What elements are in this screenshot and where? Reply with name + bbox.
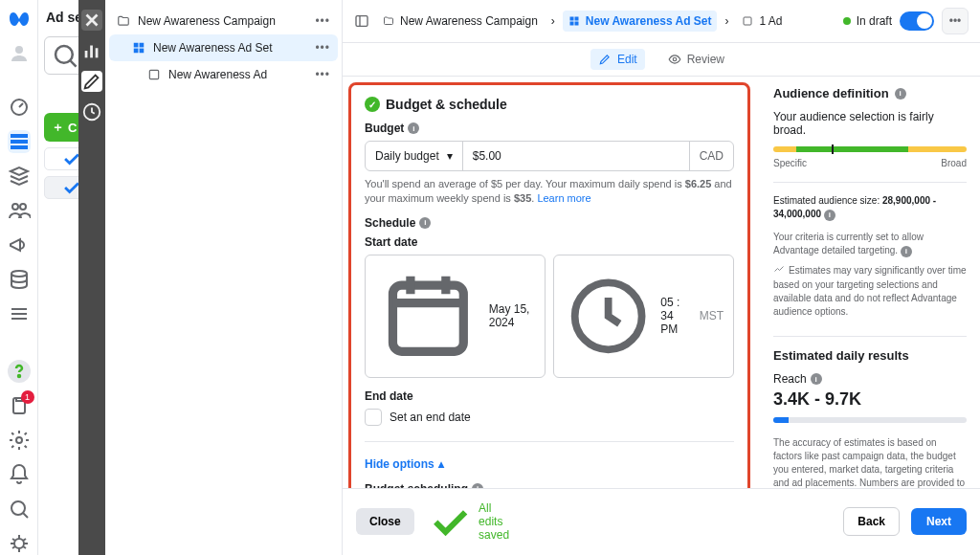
audience-breadth-bar bbox=[773, 146, 967, 152]
chevron-up-icon: ▴ bbox=[438, 457, 444, 471]
dashboard-icon[interactable] bbox=[8, 96, 31, 119]
svg-rect-16 bbox=[96, 48, 99, 57]
more-button[interactable]: ••• bbox=[942, 8, 969, 34]
crumb-adset[interactable]: New Awareness Ad Set bbox=[563, 11, 718, 32]
timezone-label: MST bbox=[700, 309, 724, 322]
svg-rect-15 bbox=[90, 46, 93, 58]
tab-edit[interactable]: Edit bbox=[590, 49, 645, 70]
svg-rect-3 bbox=[11, 140, 28, 144]
start-date-input[interactable]: May 15, 2024 bbox=[365, 255, 546, 378]
audience-selection-text: Your audience selection is fairly broad. bbox=[773, 110, 967, 137]
clock-icon bbox=[564, 263, 653, 369]
svg-rect-22 bbox=[149, 70, 158, 78]
status-toggle[interactable] bbox=[900, 11, 934, 31]
svg-point-13 bbox=[56, 46, 73, 63]
search-icon[interactable] bbox=[8, 498, 31, 521]
crumb-ad[interactable]: 1 Ad bbox=[736, 11, 788, 32]
svg-rect-19 bbox=[140, 43, 145, 48]
reach-bar bbox=[773, 417, 967, 423]
audience-note-text: Estimates may vary significantly over ti… bbox=[773, 263, 967, 319]
chevron-down-icon: ▾ bbox=[447, 149, 453, 163]
next-button[interactable]: Next bbox=[911, 508, 967, 535]
close-icon[interactable] bbox=[81, 10, 102, 31]
table-icon[interactable] bbox=[8, 130, 31, 153]
sidebar-toggle-icon[interactable] bbox=[354, 13, 369, 29]
tab-review[interactable]: Review bbox=[660, 49, 732, 70]
more-icon[interactable]: ••• bbox=[315, 41, 330, 55]
check-circle-icon: ✓ bbox=[365, 97, 380, 112]
chevron-right-icon: › bbox=[724, 14, 728, 28]
left-nav-rail: 1 bbox=[0, 0, 38, 555]
tree-label: New Awareness Ad Set bbox=[153, 41, 273, 55]
info-icon[interactable]: i bbox=[419, 217, 431, 229]
layers-icon[interactable] bbox=[8, 165, 31, 188]
tree-label: New Awareness Ad bbox=[168, 68, 267, 81]
info-icon[interactable]: i bbox=[895, 88, 906, 100]
budget-amount-input[interactable]: $5.00 bbox=[463, 142, 689, 170]
section-title: ✓ Budget & schedule bbox=[365, 97, 734, 112]
schedule-label: Schedulei bbox=[365, 216, 734, 230]
coins-icon[interactable] bbox=[8, 268, 31, 291]
grid-icon bbox=[132, 41, 145, 55]
breadcrumb-bar: New Awareness Campaign › New Awareness A… bbox=[343, 0, 980, 43]
status-indicator: In draft bbox=[843, 14, 892, 28]
trend-icon bbox=[773, 263, 785, 278]
folder-icon bbox=[383, 15, 394, 27]
megaphone-icon[interactable] bbox=[8, 233, 31, 256]
svg-point-6 bbox=[20, 204, 26, 210]
hide-options-toggle[interactable]: Hide options▴ bbox=[365, 457, 734, 471]
tree-adset[interactable]: New Awareness Ad Set ••• bbox=[109, 34, 338, 61]
clock-icon[interactable] bbox=[81, 101, 102, 122]
tool-panel bbox=[78, 0, 105, 555]
form-area: ✓ Budget & schedule Budgeti Daily budget… bbox=[343, 77, 760, 488]
svg-rect-14 bbox=[85, 51, 88, 57]
specific-label: Specific bbox=[773, 158, 807, 168]
svg-rect-18 bbox=[134, 43, 139, 48]
info-icon[interactable]: i bbox=[472, 483, 483, 488]
settings-icon[interactable] bbox=[8, 429, 31, 452]
tree-ad[interactable]: New Awareness Ad ••• bbox=[109, 61, 338, 88]
start-date-label: Start date bbox=[365, 235, 734, 249]
svg-point-5 bbox=[12, 204, 18, 210]
more-icon[interactable]: ••• bbox=[315, 68, 330, 81]
budget-type-dropdown[interactable]: Daily budget▾ bbox=[366, 142, 463, 170]
start-time-input[interactable]: 05 : 34 PM MST bbox=[553, 255, 734, 378]
clipboard-icon[interactable]: 1 bbox=[8, 394, 31, 417]
tree-campaign[interactable]: New Awareness Campaign ••• bbox=[109, 8, 338, 34]
svg-rect-30 bbox=[392, 285, 463, 351]
svg-rect-26 bbox=[569, 22, 573, 26]
reach-label: Reachi bbox=[773, 372, 967, 386]
back-button[interactable]: Back bbox=[843, 507, 900, 536]
audience-tick bbox=[832, 144, 834, 154]
budget-label: Budgeti bbox=[365, 122, 734, 135]
crumb-campaign[interactable]: New Awareness Campaign bbox=[377, 11, 544, 32]
svg-rect-27 bbox=[574, 22, 578, 26]
pencil-icon[interactable] bbox=[81, 71, 102, 92]
footer-bar: Close All edits saved Back Next bbox=[343, 488, 980, 555]
avatar-icon[interactable] bbox=[8, 42, 31, 65]
info-icon[interactable]: i bbox=[901, 246, 912, 257]
svg-point-7 bbox=[11, 271, 27, 277]
more-icon[interactable]: ••• bbox=[315, 14, 330, 28]
learn-more-link[interactable]: Learn more bbox=[537, 192, 590, 204]
tree-label: New Awareness Campaign bbox=[138, 14, 276, 28]
info-icon[interactable]: i bbox=[824, 210, 835, 221]
end-date-checkbox[interactable] bbox=[365, 409, 382, 426]
chart-icon[interactable] bbox=[81, 40, 102, 61]
svg-rect-28 bbox=[744, 17, 751, 25]
help-icon[interactable] bbox=[8, 360, 31, 383]
svg-rect-4 bbox=[11, 145, 28, 149]
audiences-icon[interactable] bbox=[8, 199, 31, 222]
audience-criteria-text: Your criteria is currently set to allow … bbox=[773, 231, 967, 257]
menu-icon[interactable] bbox=[8, 302, 31, 325]
info-icon[interactable]: i bbox=[408, 122, 419, 134]
daily-results-title: Estimated daily results bbox=[773, 348, 967, 363]
close-button[interactable]: Close bbox=[356, 508, 414, 535]
svg-rect-21 bbox=[140, 49, 145, 54]
chevron-right-icon: › bbox=[551, 14, 555, 28]
bug-icon[interactable] bbox=[8, 532, 31, 555]
svg-point-10 bbox=[16, 437, 22, 443]
svg-rect-25 bbox=[574, 17, 578, 21]
bell-icon[interactable] bbox=[8, 463, 31, 486]
info-icon[interactable]: i bbox=[811, 373, 822, 385]
